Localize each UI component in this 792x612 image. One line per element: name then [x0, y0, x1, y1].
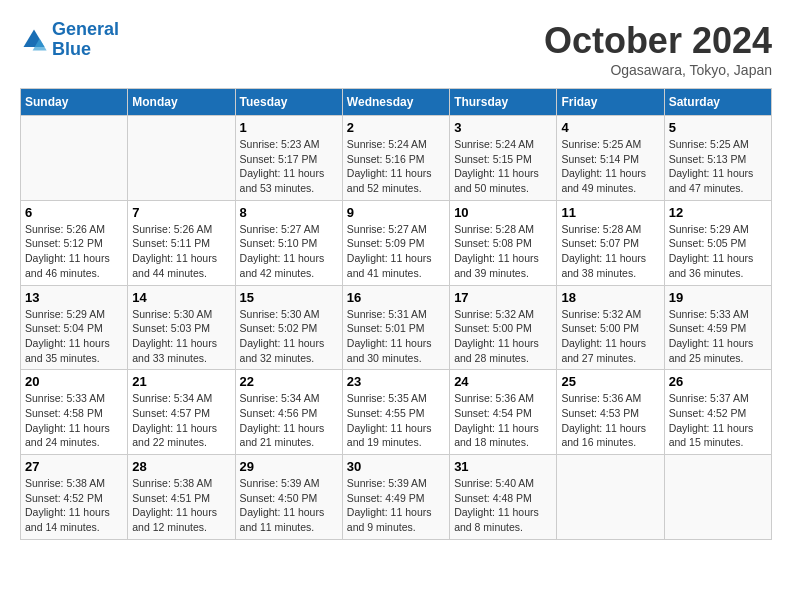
week-row-2: 6Sunrise: 5:26 AM Sunset: 5:12 PM Daylig…	[21, 200, 772, 285]
day-info: Sunrise: 5:28 AM Sunset: 5:07 PM Dayligh…	[561, 222, 659, 281]
calendar-cell: 13Sunrise: 5:29 AM Sunset: 5:04 PM Dayli…	[21, 285, 128, 370]
calendar-cell: 16Sunrise: 5:31 AM Sunset: 5:01 PM Dayli…	[342, 285, 449, 370]
header: General Blue October 2024 Ogasawara, Tok…	[20, 20, 772, 78]
day-number: 21	[132, 374, 230, 389]
calendar-cell: 20Sunrise: 5:33 AM Sunset: 4:58 PM Dayli…	[21, 370, 128, 455]
day-number: 14	[132, 290, 230, 305]
day-info: Sunrise: 5:36 AM Sunset: 4:53 PM Dayligh…	[561, 391, 659, 450]
day-number: 1	[240, 120, 338, 135]
day-number: 28	[132, 459, 230, 474]
title-area: October 2024 Ogasawara, Tokyo, Japan	[544, 20, 772, 78]
day-info: Sunrise: 5:38 AM Sunset: 4:52 PM Dayligh…	[25, 476, 123, 535]
day-info: Sunrise: 5:29 AM Sunset: 5:05 PM Dayligh…	[669, 222, 767, 281]
calendar-cell: 27Sunrise: 5:38 AM Sunset: 4:52 PM Dayli…	[21, 455, 128, 540]
calendar-subtitle: Ogasawara, Tokyo, Japan	[544, 62, 772, 78]
calendar-cell: 19Sunrise: 5:33 AM Sunset: 4:59 PM Dayli…	[664, 285, 771, 370]
calendar-table: SundayMondayTuesdayWednesdayThursdayFrid…	[20, 88, 772, 540]
day-number: 25	[561, 374, 659, 389]
calendar-cell	[21, 116, 128, 201]
day-info: Sunrise: 5:34 AM Sunset: 4:56 PM Dayligh…	[240, 391, 338, 450]
weekday-header-friday: Friday	[557, 89, 664, 116]
logo-text: General Blue	[52, 20, 119, 60]
day-number: 2	[347, 120, 445, 135]
day-info: Sunrise: 5:39 AM Sunset: 4:49 PM Dayligh…	[347, 476, 445, 535]
weekday-header-monday: Monday	[128, 89, 235, 116]
calendar-cell: 12Sunrise: 5:29 AM Sunset: 5:05 PM Dayli…	[664, 200, 771, 285]
calendar-cell: 28Sunrise: 5:38 AM Sunset: 4:51 PM Dayli…	[128, 455, 235, 540]
day-info: Sunrise: 5:26 AM Sunset: 5:12 PM Dayligh…	[25, 222, 123, 281]
calendar-cell: 3Sunrise: 5:24 AM Sunset: 5:15 PM Daylig…	[450, 116, 557, 201]
calendar-cell: 25Sunrise: 5:36 AM Sunset: 4:53 PM Dayli…	[557, 370, 664, 455]
calendar-cell: 18Sunrise: 5:32 AM Sunset: 5:00 PM Dayli…	[557, 285, 664, 370]
day-number: 5	[669, 120, 767, 135]
day-info: Sunrise: 5:26 AM Sunset: 5:11 PM Dayligh…	[132, 222, 230, 281]
day-info: Sunrise: 5:30 AM Sunset: 5:03 PM Dayligh…	[132, 307, 230, 366]
day-number: 15	[240, 290, 338, 305]
logo-general: General	[52, 19, 119, 39]
calendar-cell: 21Sunrise: 5:34 AM Sunset: 4:57 PM Dayli…	[128, 370, 235, 455]
day-number: 27	[25, 459, 123, 474]
day-number: 29	[240, 459, 338, 474]
calendar-cell: 17Sunrise: 5:32 AM Sunset: 5:00 PM Dayli…	[450, 285, 557, 370]
day-number: 23	[347, 374, 445, 389]
week-row-5: 27Sunrise: 5:38 AM Sunset: 4:52 PM Dayli…	[21, 455, 772, 540]
day-info: Sunrise: 5:25 AM Sunset: 5:14 PM Dayligh…	[561, 137, 659, 196]
day-info: Sunrise: 5:27 AM Sunset: 5:10 PM Dayligh…	[240, 222, 338, 281]
day-info: Sunrise: 5:34 AM Sunset: 4:57 PM Dayligh…	[132, 391, 230, 450]
day-number: 17	[454, 290, 552, 305]
calendar-cell: 8Sunrise: 5:27 AM Sunset: 5:10 PM Daylig…	[235, 200, 342, 285]
weekday-header-sunday: Sunday	[21, 89, 128, 116]
weekday-header-tuesday: Tuesday	[235, 89, 342, 116]
day-info: Sunrise: 5:40 AM Sunset: 4:48 PM Dayligh…	[454, 476, 552, 535]
week-row-1: 1Sunrise: 5:23 AM Sunset: 5:17 PM Daylig…	[21, 116, 772, 201]
calendar-cell: 5Sunrise: 5:25 AM Sunset: 5:13 PM Daylig…	[664, 116, 771, 201]
day-number: 11	[561, 205, 659, 220]
calendar-cell: 31Sunrise: 5:40 AM Sunset: 4:48 PM Dayli…	[450, 455, 557, 540]
day-number: 30	[347, 459, 445, 474]
calendar-cell: 4Sunrise: 5:25 AM Sunset: 5:14 PM Daylig…	[557, 116, 664, 201]
calendar-cell: 2Sunrise: 5:24 AM Sunset: 5:16 PM Daylig…	[342, 116, 449, 201]
day-info: Sunrise: 5:32 AM Sunset: 5:00 PM Dayligh…	[561, 307, 659, 366]
day-info: Sunrise: 5:25 AM Sunset: 5:13 PM Dayligh…	[669, 137, 767, 196]
day-number: 8	[240, 205, 338, 220]
calendar-cell	[557, 455, 664, 540]
week-row-4: 20Sunrise: 5:33 AM Sunset: 4:58 PM Dayli…	[21, 370, 772, 455]
day-number: 10	[454, 205, 552, 220]
day-info: Sunrise: 5:30 AM Sunset: 5:02 PM Dayligh…	[240, 307, 338, 366]
calendar-cell: 22Sunrise: 5:34 AM Sunset: 4:56 PM Dayli…	[235, 370, 342, 455]
day-info: Sunrise: 5:32 AM Sunset: 5:00 PM Dayligh…	[454, 307, 552, 366]
day-number: 22	[240, 374, 338, 389]
day-info: Sunrise: 5:33 AM Sunset: 4:59 PM Dayligh…	[669, 307, 767, 366]
day-info: Sunrise: 5:33 AM Sunset: 4:58 PM Dayligh…	[25, 391, 123, 450]
weekday-header-saturday: Saturday	[664, 89, 771, 116]
day-number: 18	[561, 290, 659, 305]
calendar-cell: 6Sunrise: 5:26 AM Sunset: 5:12 PM Daylig…	[21, 200, 128, 285]
day-number: 13	[25, 290, 123, 305]
week-row-3: 13Sunrise: 5:29 AM Sunset: 5:04 PM Dayli…	[21, 285, 772, 370]
weekday-header-wednesday: Wednesday	[342, 89, 449, 116]
calendar-cell: 23Sunrise: 5:35 AM Sunset: 4:55 PM Dayli…	[342, 370, 449, 455]
day-number: 9	[347, 205, 445, 220]
day-info: Sunrise: 5:24 AM Sunset: 5:15 PM Dayligh…	[454, 137, 552, 196]
day-info: Sunrise: 5:31 AM Sunset: 5:01 PM Dayligh…	[347, 307, 445, 366]
day-info: Sunrise: 5:28 AM Sunset: 5:08 PM Dayligh…	[454, 222, 552, 281]
calendar-cell: 24Sunrise: 5:36 AM Sunset: 4:54 PM Dayli…	[450, 370, 557, 455]
calendar-title: October 2024	[544, 20, 772, 62]
day-number: 16	[347, 290, 445, 305]
calendar-cell: 7Sunrise: 5:26 AM Sunset: 5:11 PM Daylig…	[128, 200, 235, 285]
day-number: 26	[669, 374, 767, 389]
calendar-cell: 1Sunrise: 5:23 AM Sunset: 5:17 PM Daylig…	[235, 116, 342, 201]
day-number: 12	[669, 205, 767, 220]
day-number: 3	[454, 120, 552, 135]
day-info: Sunrise: 5:23 AM Sunset: 5:17 PM Dayligh…	[240, 137, 338, 196]
day-number: 6	[25, 205, 123, 220]
calendar-cell: 29Sunrise: 5:39 AM Sunset: 4:50 PM Dayli…	[235, 455, 342, 540]
calendar-cell: 30Sunrise: 5:39 AM Sunset: 4:49 PM Dayli…	[342, 455, 449, 540]
day-info: Sunrise: 5:24 AM Sunset: 5:16 PM Dayligh…	[347, 137, 445, 196]
weekday-header-row: SundayMondayTuesdayWednesdayThursdayFrid…	[21, 89, 772, 116]
day-number: 19	[669, 290, 767, 305]
calendar-cell: 11Sunrise: 5:28 AM Sunset: 5:07 PM Dayli…	[557, 200, 664, 285]
day-info: Sunrise: 5:27 AM Sunset: 5:09 PM Dayligh…	[347, 222, 445, 281]
day-number: 31	[454, 459, 552, 474]
day-info: Sunrise: 5:39 AM Sunset: 4:50 PM Dayligh…	[240, 476, 338, 535]
